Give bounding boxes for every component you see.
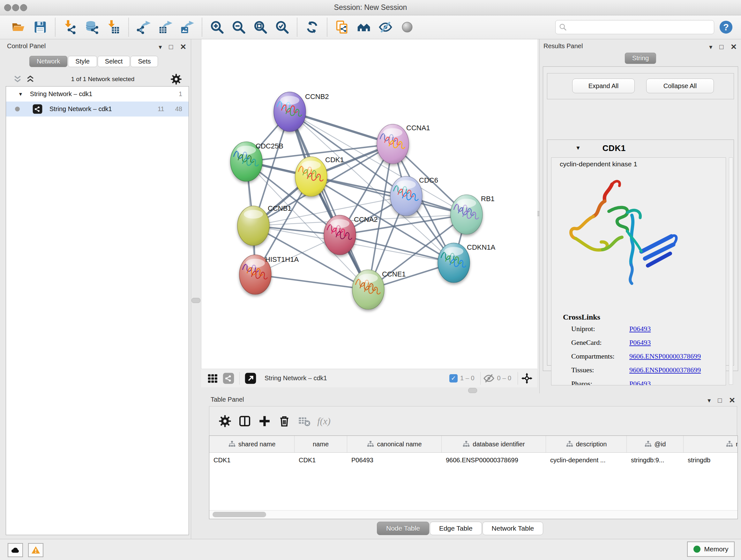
network-node-CCNA1[interactable] xyxy=(377,124,409,164)
open-file-button[interactable] xyxy=(9,17,28,37)
panel-float-icon[interactable]: □ xyxy=(719,43,724,51)
import-table-from-file-button[interactable] xyxy=(105,17,123,37)
node-label-CCNA1: CCNA1 xyxy=(406,124,430,132)
network-node-CCNB1[interactable] xyxy=(238,206,269,246)
expand-all-button[interactable]: Expand All xyxy=(572,78,635,93)
import-network-from-database-button[interactable] xyxy=(83,17,101,37)
cell-canonical-name: P06493 xyxy=(347,456,442,464)
network-canvas[interactable]: CCNB2 CCNA1 CDC25B CDK1 CDC6 RB1 CCNB1 C… xyxy=(201,39,537,369)
left-splitter-handle[interactable] xyxy=(192,298,200,303)
detach-view-icon[interactable] xyxy=(245,373,256,384)
pan-mode-icon[interactable] xyxy=(521,373,533,384)
column-header-shared-name[interactable]: shared name xyxy=(209,436,294,452)
crosslink-value-link[interactable]: P06493 xyxy=(629,380,651,385)
collapse-all-button[interactable]: Collapse All xyxy=(646,78,714,93)
column-header-description[interactable]: description xyxy=(546,436,627,452)
panel-collapse-icon[interactable]: ▾ xyxy=(708,396,711,404)
gene-section-cdk1: ▼ CDK1 cyclin-dependent kinase 1 CrossLi… xyxy=(547,139,734,366)
tab-select[interactable]: Select xyxy=(98,56,130,67)
table-options-button[interactable] xyxy=(215,411,235,431)
selected-items-checkbox[interactable]: ✓ xyxy=(449,374,458,382)
memory-button[interactable]: Memory xyxy=(687,542,735,557)
tab-style[interactable]: Style xyxy=(68,56,97,67)
crosslink-value-link[interactable]: P06493 xyxy=(629,325,651,333)
expand-all-icon[interactable] xyxy=(25,74,35,84)
new-network-from-selection-button[interactable] xyxy=(333,17,351,37)
cloud-status-button[interactable] xyxy=(8,543,23,557)
tab-edge-table[interactable]: Edge Table xyxy=(430,522,482,535)
export-image-button[interactable] xyxy=(178,17,196,37)
create-column-button[interactable] xyxy=(255,411,274,431)
render-detail-button[interactable] xyxy=(398,17,416,37)
network-node-CDK1[interactable] xyxy=(295,157,327,196)
panel-close-icon[interactable]: ✕ xyxy=(731,44,737,50)
network-collection-row[interactable]: ▼ String Network – cdk1 1 xyxy=(6,86,189,102)
toolbar-separator xyxy=(55,18,56,37)
results-scrollbar[interactable] xyxy=(729,158,733,385)
zoom-selected-region-button[interactable] xyxy=(273,17,291,37)
column-header-namespace[interactable]: namespace xyxy=(684,436,738,452)
tab-network[interactable]: Network xyxy=(29,56,67,67)
gene-section-header[interactable]: ▼ CDK1 xyxy=(547,140,734,157)
zoom-fit-content-button[interactable] xyxy=(251,17,270,37)
network-options-gear-icon[interactable] xyxy=(171,73,182,85)
horizontal-splitter-handle[interactable] xyxy=(468,388,477,393)
network-node-CDKN1A[interactable] xyxy=(438,243,470,283)
tab-sets[interactable]: Sets xyxy=(131,56,158,67)
panel-collapse-icon[interactable]: ▾ xyxy=(158,43,162,51)
tab-network-table[interactable]: Network Table xyxy=(482,522,543,535)
gene-details: cyclin-dependent kinase 1 CrossLinks Uni… xyxy=(551,158,726,385)
network-edge-HIST1H1A-CCNE1[interactable] xyxy=(255,274,368,290)
column-header-database-identifier[interactable]: database identifier xyxy=(442,436,546,452)
panel-float-icon[interactable]: □ xyxy=(718,396,722,404)
search-box[interactable] xyxy=(555,20,714,34)
collapse-all-icon[interactable] xyxy=(13,74,22,84)
column-header-canonical-name[interactable]: canonical name xyxy=(347,436,442,452)
network-edge-CDK1-RB1[interactable] xyxy=(311,177,467,214)
tree-expander-icon[interactable]: ▼ xyxy=(18,91,23,97)
crosslink-value-link[interactable]: 9606.ENSP00000378699 xyxy=(629,366,701,374)
node-label-CCNE1: CCNE1 xyxy=(382,270,406,278)
crosslinks-title: CrossLinks xyxy=(563,313,701,321)
zoom-in-button[interactable] xyxy=(208,17,226,37)
network-graph: CCNB2 CCNA1 CDC25B CDK1 CDC6 RB1 CCNB1 C… xyxy=(201,39,537,369)
help-button[interactable]: ? xyxy=(719,20,733,35)
network-node-CCNA2[interactable] xyxy=(324,215,356,255)
network-view-title: String Network – cdk1 xyxy=(265,374,449,382)
apply-preferred-layout-button[interactable] xyxy=(303,17,321,37)
birds-eye-view-icon[interactable] xyxy=(207,373,218,384)
show-columns-button[interactable] xyxy=(235,411,255,431)
save-session-button[interactable] xyxy=(31,17,50,37)
column-header-name[interactable]: name xyxy=(294,436,347,452)
tab-string[interactable]: String xyxy=(625,53,656,64)
warnings-button[interactable] xyxy=(28,543,44,557)
show-hide-graphics-details-button[interactable] xyxy=(376,17,395,37)
scrollbar-thumb[interactable] xyxy=(212,512,266,517)
export-network-button[interactable] xyxy=(134,17,153,37)
network-node-RB1[interactable] xyxy=(451,195,482,234)
tab-node-table[interactable]: Node Table xyxy=(377,522,429,535)
panel-close-icon[interactable]: ✕ xyxy=(180,44,186,50)
network-node-CCNB2[interactable] xyxy=(274,92,306,132)
panel-collapse-icon[interactable]: ▾ xyxy=(709,43,712,51)
table-row[interactable]: CDK1CDK1P064939606.ENSP00000378699cyclin… xyxy=(209,453,738,468)
network-node-CCNE1[interactable] xyxy=(352,270,384,309)
crosslink-value-link[interactable]: 9606.ENSP00000378699 xyxy=(629,352,701,361)
delete-column-button[interactable] xyxy=(274,411,294,431)
table-horizontal-scrollbar[interactable] xyxy=(209,510,738,519)
panel-close-icon[interactable]: ✕ xyxy=(729,397,735,403)
column-header-@id[interactable]: @id xyxy=(627,436,684,452)
first-neighbors-button[interactable] xyxy=(354,17,373,37)
panel-float-icon[interactable]: □ xyxy=(169,43,173,51)
results-panel: Results Panel ▾ □ ✕ String Expand All Co… xyxy=(539,39,741,393)
zoom-in-icon xyxy=(210,20,224,34)
export-table-button[interactable] xyxy=(156,17,175,37)
network-node-CDC6[interactable] xyxy=(390,176,422,216)
section-expander-icon[interactable]: ▼ xyxy=(576,145,581,151)
import-network-from-file-button[interactable] xyxy=(61,17,79,37)
network-edge-CCNB2-CCNE1[interactable] xyxy=(290,112,368,290)
crosslink-value-link[interactable]: P06493 xyxy=(629,338,651,347)
search-input[interactable] xyxy=(567,21,714,33)
network-row-selected[interactable]: String Network – cdk1 11 48 xyxy=(6,102,189,117)
zoom-out-button[interactable] xyxy=(229,17,248,37)
